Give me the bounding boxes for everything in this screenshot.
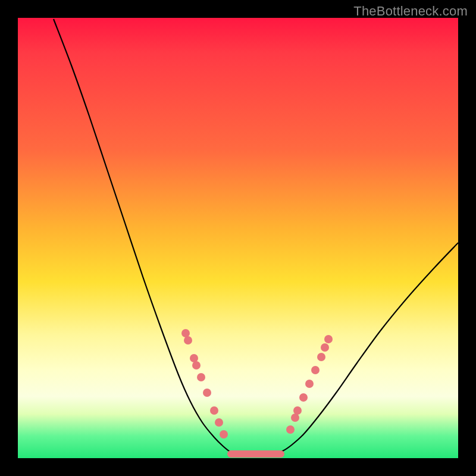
marker-left-2	[190, 354, 198, 362]
marker-left-3	[192, 361, 201, 369]
marker-left-0	[181, 329, 190, 337]
marker-left-7	[215, 418, 223, 427]
chart-plot-area	[18, 18, 458, 458]
marker-right-3	[299, 393, 308, 402]
marker-right-0	[286, 425, 295, 434]
chart-markers	[181, 329, 333, 439]
chart-svg	[18, 18, 458, 458]
marker-right-5	[311, 366, 320, 374]
marker-right-6	[317, 353, 325, 361]
marker-left-1	[184, 336, 192, 345]
marker-left-8	[220, 430, 228, 439]
chart-curves	[54, 19, 458, 454]
marker-right-4	[305, 380, 314, 388]
marker-left-6	[210, 406, 218, 415]
marker-left-5	[203, 389, 211, 397]
marker-right-7	[321, 343, 329, 352]
marker-left-4	[197, 373, 205, 381]
marker-right-2	[293, 406, 302, 415]
watermark-label: TheBottleneck.com	[353, 4, 468, 19]
marker-right-1	[291, 414, 299, 422]
marker-right-8	[324, 335, 333, 343]
series-left-curve	[54, 19, 238, 454]
series-right-curve	[274, 243, 458, 454]
